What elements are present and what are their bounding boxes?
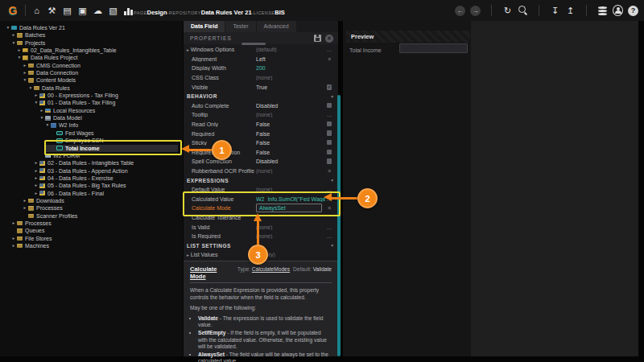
forward-icon[interactable]: → — [470, 6, 481, 16]
property-value[interactable]: (default) — [256, 47, 325, 52]
tree-expander[interactable]: ▾ — [33, 99, 39, 106]
tree-item-processes[interactable]: ▸Processes — [0, 204, 183, 212]
ellipsis-button[interactable]: … — [325, 224, 333, 230]
grooper-logo-icon[interactable]: G — [6, 4, 19, 17]
property-row-alignment[interactable]: AlignmentLeft≡ — [184, 55, 338, 64]
archive-icon[interactable]: ▤ — [62, 6, 72, 16]
ellipsis-button[interactable]: … — [325, 47, 333, 52]
tree-expander[interactable]: ▸ — [10, 235, 17, 242]
tree-expander[interactable]: ▾ — [5, 24, 11, 31]
tree-item-03-data-rules-append-action[interactable]: ▸03 - Data Rules - Append Action — [0, 167, 183, 175]
tree-item-04-data-rules-exercise[interactable]: ▸04 - Data Rules - Exercise — [0, 175, 183, 182]
checkbox-unchecked[interactable] — [327, 103, 332, 109]
tree-expander[interactable]: ▸ — [22, 197, 28, 204]
property-value[interactable]: 200 — [256, 65, 325, 71]
property-value[interactable]: (none) — [256, 233, 325, 239]
tree-expander[interactable]: ▸ — [22, 69, 28, 76]
tree-item-w2-info[interactable]: ▾W2 Info — [0, 121, 183, 129]
ellipsis-button[interactable]: … — [325, 233, 333, 239]
breadcrumb-value[interactable]: BIS — [275, 9, 285, 16]
property-value[interactable]: Disabled — [256, 158, 325, 164]
property-row-visible[interactable]: VisibleTrue✓ — [184, 82, 338, 92]
tree-item-fed-wages[interactable]: Fed Wages — [0, 130, 183, 137]
bar-chart-icon[interactable] — [123, 6, 134, 16]
tab-tester[interactable]: Tester — [225, 21, 255, 32]
breadcrumb-value[interactable]: Data Rules Ver 21 — [201, 9, 252, 16]
property-value[interactable]: False — [256, 150, 325, 155]
tree-expander[interactable]: ▸ — [10, 242, 17, 249]
cloud-upload-icon[interactable]: ☁ — [93, 6, 103, 16]
property-row-sticky[interactable]: StickyFalse — [184, 138, 338, 148]
refresh-icon[interactable]: ↻ — [502, 6, 513, 16]
section-header-behavior[interactable]: BEHAVIOR▾ — [184, 92, 338, 101]
property-value[interactable]: False — [256, 121, 325, 127]
tree-expander[interactable]: ▾ — [22, 76, 28, 84]
property-value[interactable]: Disabled — [256, 103, 325, 109]
tab-data-field[interactable]: Data Field — [184, 21, 225, 32]
property-row-windows-options[interactable]: ▸Windows Options(default)… — [184, 45, 338, 55]
expander-icon[interactable]: ▸ — [187, 253, 189, 257]
checkbox-unchecked[interactable] — [327, 140, 332, 146]
tree-expander[interactable]: ▸ — [10, 31, 17, 39]
tree-item-file-stores[interactable]: ▸File Stores — [0, 235, 183, 242]
property-row-tooltip[interactable]: Tooltip(none)… — [184, 110, 338, 120]
property-trail[interactable] — [325, 121, 333, 128]
tree-expander[interactable]: ▸ — [33, 159, 39, 167]
section-header-expressions[interactable]: EXPRESSIONS▾ — [184, 175, 338, 185]
property-row-spell-correction[interactable]: Spell CorrectionDisabled — [184, 157, 338, 167]
tree-expander[interactable]: ▸ — [33, 92, 39, 99]
tree-expander[interactable]: ▸ — [22, 62, 28, 69]
checkbox-unchecked[interactable] — [327, 150, 332, 155]
tree-expander[interactable]: ▸ — [33, 167, 39, 175]
tree-expander[interactable]: ▾ — [44, 121, 51, 129]
tree-item-content-models[interactable]: ▾Content Models — [0, 76, 183, 84]
property-row-rubberband-ocr-profile[interactable]: Rubberband OCR Profile(none)≡ — [184, 167, 338, 176]
checkbox-checked[interactable]: ✓ — [327, 84, 332, 90]
tree-item-02-data-rules-intangibles-table[interactable]: ▸02_Data_Rules_Intangibles_Table — [0, 47, 183, 54]
tree-expander[interactable]: ▸ — [39, 107, 45, 114]
property-row-is-required[interactable]: Is Required(none)… — [184, 232, 338, 241]
property-value[interactable]: False — [256, 131, 325, 137]
tree-expander[interactable]: ▾ — [27, 84, 34, 92]
vertical-scrollbar[interactable] — [337, 95, 341, 356]
tree-item-downloads[interactable]: ▸Downloads — [0, 197, 183, 204]
download-icon[interactable]: ↧ — [550, 6, 560, 16]
checkbox-unchecked[interactable] — [327, 121, 332, 127]
database-icon[interactable] — [597, 6, 608, 16]
tree-item-data-model[interactable]: ▾Data Model — [0, 114, 183, 121]
property-trail[interactable] — [325, 130, 333, 137]
upload-icon[interactable]: ↥ — [565, 6, 576, 16]
tree-item-data-connection[interactable]: ▸Data Connection — [0, 69, 183, 76]
dropdown-menu-icon[interactable]: ≡ — [325, 168, 333, 174]
property-value[interactable]: Left — [256, 56, 325, 62]
clipboard-icon[interactable]: ▧ — [108, 6, 118, 16]
property-trail[interactable] — [325, 150, 333, 156]
tree-item-00-expressions-tax-filing[interactable]: ▸00 - Expressions - Tax Filing — [0, 92, 183, 99]
search-icon[interactable] — [518, 6, 528, 16]
tab-advanced[interactable]: Advanced — [257, 21, 296, 32]
help-type-link[interactable]: CalculateModes — [252, 266, 290, 272]
tree-item-cmis-connection[interactable]: ▸CMIS Connection — [0, 62, 183, 69]
batch-box-icon[interactable]: ▣ — [77, 6, 88, 16]
user-icon[interactable] — [613, 6, 623, 16]
property-value[interactable]: True — [256, 84, 325, 90]
tree-item-data-rules[interactable]: ▾Data Rules — [0, 84, 183, 92]
property-row-required[interactable]: RequiredFalse — [184, 129, 338, 138]
tree-item-05-data-rules-big-tax-rules[interactable]: ▸05 - Data Rules - Big Tax Rules — [0, 182, 183, 189]
tree-expander[interactable]: ▸ — [33, 182, 39, 189]
dropdown-menu-icon[interactable]: ≡ — [325, 56, 333, 62]
ellipsis-button[interactable]: … — [325, 112, 333, 117]
property-trail[interactable] — [325, 103, 333, 109]
property-value[interactable]: (none) — [256, 112, 325, 117]
tree-item-06-data-rules-final[interactable]: ▸06 - Data Rules - Final — [0, 190, 183, 197]
property-value[interactable]: (none) — [256, 75, 325, 80]
tree-item-scanner-profiles[interactable]: Scanner Profiles — [0, 212, 183, 220]
tree-item-data-rules-project[interactable]: ▾Data Rules Project — [0, 54, 183, 61]
tree-expander[interactable]: ▸ — [33, 175, 39, 182]
save-icon[interactable] — [314, 35, 321, 42]
tree-expander[interactable]: ▸ — [33, 190, 39, 197]
tree-item-projects[interactable]: ▾Projects — [0, 39, 183, 47]
property-value[interactable]: (none) — [256, 168, 325, 174]
tree-item-01-data-rules-tax-filing[interactable]: ▾01 - Data Rules - Tax Filing — [0, 99, 183, 106]
tree-expander[interactable]: ▾ — [16, 54, 23, 61]
